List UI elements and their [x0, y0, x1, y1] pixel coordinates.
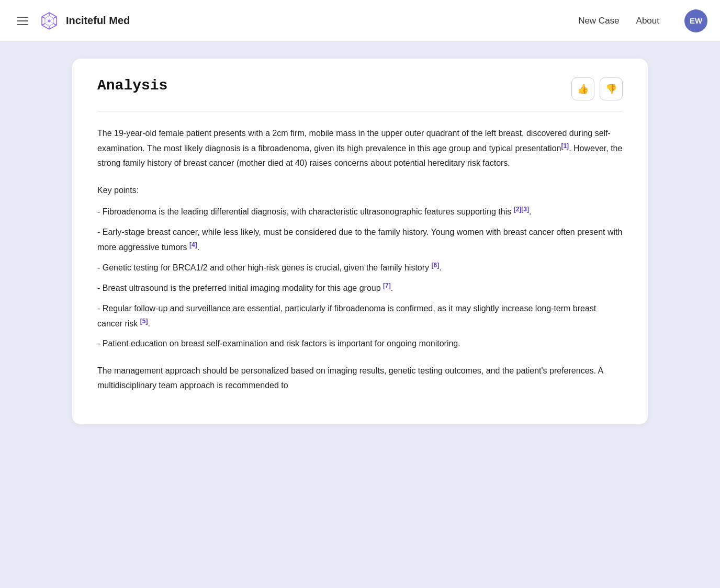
hamburger-icon: [17, 24, 28, 25]
svg-line-11: [45, 18, 49, 21]
citation-4[interactable]: [4]: [189, 241, 197, 248]
key-point-3-suffix: .: [439, 263, 441, 272]
menu-button[interactable]: [13, 13, 32, 29]
svg-line-14: [45, 21, 49, 24]
card-header: Analysis 👍 👎: [97, 77, 623, 100]
svg-line-9: [49, 16, 53, 18]
svg-line-12: [45, 16, 49, 18]
svg-line-4: [53, 24, 57, 25]
citation-5[interactable]: [5]: [140, 318, 148, 325]
key-points-title: Key points:: [97, 183, 623, 198]
thumbs-up-icon: 👍: [577, 83, 589, 95]
main-content: Analysis 👍 👎 The 19-year-old female pati…: [0, 42, 720, 441]
key-points-section: Key points: - Fibroadenoma is the leadin…: [97, 183, 623, 351]
app-header: Inciteful Med New Case About EW: [0, 0, 720, 42]
svg-line-7: [42, 17, 45, 18]
key-point-3-text: - Genetic testing for BRCA1/2 and other …: [97, 263, 432, 272]
key-point-4-suffix: .: [391, 284, 393, 293]
svg-line-10: [49, 18, 53, 21]
key-point-1-suffix: .: [529, 208, 531, 217]
citation-1[interactable]: [1]: [561, 142, 569, 150]
key-point-2-text: - Early-stage breast cancer, while less …: [97, 228, 622, 252]
divider: [97, 111, 623, 111]
user-avatar[interactable]: EW: [684, 9, 707, 32]
svg-line-3: [53, 17, 57, 18]
thumbs-down-icon: 👎: [605, 83, 617, 95]
key-point-1: - Fibroadenoma is the leading differenti…: [97, 204, 623, 219]
citation-7[interactable]: [7]: [383, 282, 391, 289]
hamburger-icon: [17, 17, 28, 18]
key-point-6: - Patient education on breast self-exami…: [97, 336, 623, 351]
key-point-4-text: - Breast ultrasound is the preferred ini…: [97, 284, 383, 293]
key-point-3: - Genetic testing for BRCA1/2 and other …: [97, 260, 623, 275]
key-point-5: - Regular follow-up and surveillance are…: [97, 301, 623, 331]
paragraph-1-text: The 19-year-old female patient presents …: [97, 129, 611, 153]
card-title: Analysis: [97, 77, 167, 94]
key-point-5-text: - Regular follow-up and surveillance are…: [97, 304, 596, 328]
analysis-body: The 19-year-old female patient presents …: [97, 126, 623, 393]
hamburger-icon: [17, 20, 28, 21]
analysis-card: Analysis 👍 👎 The 19-year-old female pati…: [72, 59, 648, 424]
svg-line-13: [49, 21, 53, 24]
svg-line-6: [42, 24, 45, 25]
key-point-5-suffix: .: [148, 319, 150, 328]
main-nav: New Case About EW: [578, 9, 707, 32]
thumbs-down-button[interactable]: 👎: [600, 77, 623, 100]
key-point-6-text: - Patient education on breast self-exami…: [97, 339, 460, 348]
feedback-buttons: 👍 👎: [571, 77, 623, 100]
key-point-4: - Breast ultrasound is the preferred ini…: [97, 280, 623, 296]
paragraph-3: The management approach should be person…: [97, 364, 623, 393]
about-link[interactable]: About: [636, 16, 659, 26]
paragraph-1: The 19-year-old female patient presents …: [97, 126, 623, 171]
brand-name: Inciteful Med: [66, 15, 130, 27]
thumbs-up-button[interactable]: 👍: [571, 77, 594, 100]
key-point-1-text: - Fibroadenoma is the leading differenti…: [97, 208, 514, 217]
citation-6[interactable]: [6]: [432, 262, 440, 269]
brand-logo: [39, 10, 60, 31]
citation-2-3[interactable]: [2][3]: [514, 206, 529, 213]
key-point-2: - Early-stage breast cancer, while less …: [97, 225, 623, 255]
key-point-2-suffix: .: [197, 243, 199, 252]
header-left: Inciteful Med: [13, 10, 578, 31]
paragraph-3-text: The management approach should be person…: [97, 366, 603, 390]
new-case-link[interactable]: New Case: [578, 16, 619, 26]
